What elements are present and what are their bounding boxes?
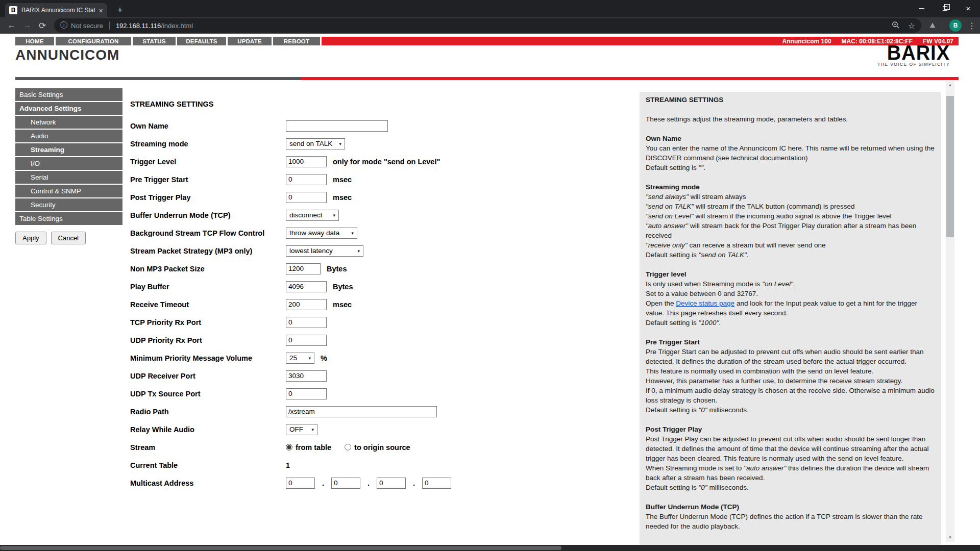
- bookmark-star-icon[interactable]: ☆: [908, 21, 915, 31]
- sidebar-item-serial[interactable]: Serial: [15, 171, 122, 184]
- sidebar-menu: Basic SettingsAdvanced SettingsNetworkAu…: [15, 88, 122, 225]
- nav-item-status[interactable]: STATUS: [133, 37, 176, 45]
- form-row-receive-timeout: Receive Timeoutmsec: [130, 297, 538, 312]
- apply-button[interactable]: Apply: [15, 232, 46, 244]
- pre-trigger-start-label: Pre Trigger Start: [130, 176, 286, 184]
- favicon-icon: B: [9, 6, 17, 14]
- receive-timeout-input[interactable]: [286, 299, 327, 310]
- form-row-udp-receiver-port: UDP Receiver Port: [130, 368, 538, 383]
- nav-item-update[interactable]: UPDATE: [228, 37, 272, 45]
- own-name-input[interactable]: [286, 120, 388, 132]
- top-navbar: HOMECONFIGURATIONSTATUSDEFAULTSUPDATEREB…: [15, 37, 959, 45]
- minimum-priority-message-volume-suffix: %: [321, 354, 327, 362]
- menu-kebab-icon[interactable]: ⋮: [968, 21, 976, 31]
- help-section-post-trigger-play: Post Trigger PlayPost Trigger Play can b…: [646, 424, 935, 492]
- form-heading: STREAMING SETTINGS: [130, 100, 538, 108]
- nav-item-reboot[interactable]: REBOOT: [273, 37, 320, 45]
- stream-radio-to-origin-source[interactable]: to origin source: [345, 443, 410, 452]
- sidebar-item-streaming[interactable]: Streaming: [15, 143, 122, 156]
- form-row-post-trigger-play: Post Trigger Playmsec: [130, 190, 538, 205]
- radio-button[interactable]: [345, 444, 351, 450]
- udp-receiver-port-input[interactable]: [286, 370, 327, 382]
- nav-item-home[interactable]: HOME: [15, 37, 54, 45]
- help-section-buffer-underrun-mode-tcp: Buffer Underrun Mode (TCP)The Buffer Und…: [646, 502, 935, 531]
- non-mp3-packet-size-suffix: Bytes: [327, 265, 347, 273]
- maximize-button[interactable]: [933, 0, 957, 16]
- form-row-udp-tx-source-port: UDP Tx Source Port: [130, 386, 538, 401]
- info-icon[interactable]: ⓘ: [60, 21, 67, 30]
- relay-while-audio-select[interactable]: OFF▾: [286, 424, 317, 435]
- address-bar[interactable]: ⓘ Not secure 192.168.11.116 /index.html …: [54, 18, 921, 33]
- cancel-button[interactable]: Cancel: [51, 232, 86, 244]
- browser-tab[interactable]: B BARIX Annuncicom IC Status ×: [5, 3, 107, 17]
- browser-chrome: B BARIX Annuncicom IC Status × + × ← → ⟳…: [0, 0, 980, 34]
- minimum-priority-message-volume-label: Minimum Priority Message Volume: [130, 354, 286, 362]
- profile-avatar[interactable]: B: [949, 19, 962, 32]
- form-row-stream-packet-strategy-mp3-only: Stream Packet Strategy (MP3 only)lowest …: [130, 243, 538, 258]
- help-heading: Post Trigger Play: [646, 424, 935, 434]
- device-status-page-link[interactable]: Device status page: [676, 299, 734, 307]
- forward-button[interactable]: →: [19, 20, 35, 31]
- scroll-down-arrow[interactable]: ▼: [946, 533, 954, 542]
- sidebar-item-i-o[interactable]: I/O: [15, 157, 122, 170]
- scroll-up-arrow[interactable]: ▲: [946, 81, 954, 89]
- minimize-icon: [919, 8, 924, 9]
- streaming-mode-select[interactable]: send on TALK▾: [286, 138, 345, 149]
- sidebar-item-audio[interactable]: Audio: [15, 130, 122, 142]
- chevron-down-icon: ▾: [308, 356, 311, 361]
- pre-trigger-start-input[interactable]: [286, 174, 327, 185]
- udp-tx-source-port-input[interactable]: [286, 388, 327, 399]
- sidebar-item-security[interactable]: Security: [15, 198, 122, 211]
- tcp-priority-rx-port-input[interactable]: [286, 317, 327, 328]
- back-button[interactable]: ←: [4, 20, 19, 31]
- play-buffer-input[interactable]: [286, 281, 327, 292]
- help-heading: STREAMING SETTINGS: [646, 95, 935, 105]
- udp-priority-rx-port-input[interactable]: [286, 335, 327, 346]
- new-tab-button[interactable]: +: [113, 4, 127, 16]
- nav-menu: HOMECONFIGURATIONSTATUSDEFAULTSUPDATEREB…: [15, 37, 322, 45]
- minimum-priority-message-volume-select[interactable]: 25▾: [286, 353, 314, 364]
- stream-packet-strategy-mp3-only-select[interactable]: lowest latency▾: [286, 245, 363, 257]
- drive-extension-icon[interactable]: [928, 21, 937, 30]
- help-heading: Pre Trigger Start: [646, 337, 935, 347]
- multicast-address-octet-1[interactable]: [286, 478, 315, 489]
- post-trigger-play-label: Post Trigger Play: [130, 193, 286, 202]
- post-trigger-play-suffix: msec: [333, 193, 352, 202]
- chevron-down-icon: ▾: [357, 248, 360, 254]
- minimum-priority-message-volume-select-value: 25: [289, 354, 297, 362]
- buffer-underrun-mode-tcp-select[interactable]: disconnect▾: [286, 210, 339, 221]
- close-button[interactable]: ×: [957, 0, 980, 16]
- nav-item-defaults[interactable]: DEFAULTS: [177, 37, 226, 45]
- multicast-address-octet-4[interactable]: [422, 478, 451, 489]
- trigger-level-input[interactable]: [286, 156, 327, 167]
- post-trigger-play-input[interactable]: [286, 192, 327, 203]
- tab-strip: B BARIX Annuncicom IC Status × + ×: [0, 0, 980, 17]
- form-row-current-table: Current Table1: [130, 458, 538, 472]
- multicast-address-octet-3[interactable]: [377, 478, 406, 489]
- help-section-trigger-level: Trigger levelIs only used when Streaming…: [646, 269, 935, 328]
- non-mp3-packet-size-label: Non MP3 Packet Size: [130, 265, 286, 273]
- radio-button[interactable]: [286, 444, 292, 450]
- background-stream-tcp-flow-control-select[interactable]: throw away data▾: [286, 228, 357, 239]
- reload-button[interactable]: ⟳: [35, 20, 50, 31]
- non-mp3-packet-size-input[interactable]: [286, 263, 321, 274]
- form-row-radio-path: Radio Path: [130, 404, 538, 419]
- tab-close-icon[interactable]: ×: [99, 7, 103, 14]
- url-host: 192.168.11.116: [116, 22, 161, 30]
- sidebar-item-basic-settings[interactable]: Basic Settings: [15, 88, 122, 101]
- sidebar-item-control-snmp[interactable]: Control & SNMP: [15, 185, 122, 197]
- sidebar-item-advanced-settings[interactable]: Advanced Settings: [15, 102, 122, 115]
- nav-item-configuration[interactable]: CONFIGURATION: [56, 37, 131, 45]
- sidebar-item-table-settings[interactable]: Table Settings: [15, 212, 122, 225]
- stream-radio-from-table[interactable]: from table: [286, 443, 331, 452]
- radio-path-input[interactable]: [286, 406, 437, 417]
- scrollbar-thumb[interactable]: [946, 96, 954, 237]
- zoom-icon[interactable]: [892, 21, 900, 31]
- minimize-button[interactable]: [910, 0, 933, 16]
- horizontal-scrollbar-thumb[interactable]: [0, 546, 561, 550]
- multicast-address-octet-2[interactable]: [331, 478, 360, 489]
- form-row-minimum-priority-message-volume: Minimum Priority Message Volume25▾%: [130, 350, 538, 365]
- help-section-pre-trigger-start: Pre Trigger StartPre Trigger Start can b…: [646, 337, 935, 415]
- sidebar-item-network[interactable]: Network: [15, 116, 122, 129]
- chevron-down-icon: ▾: [339, 141, 341, 146]
